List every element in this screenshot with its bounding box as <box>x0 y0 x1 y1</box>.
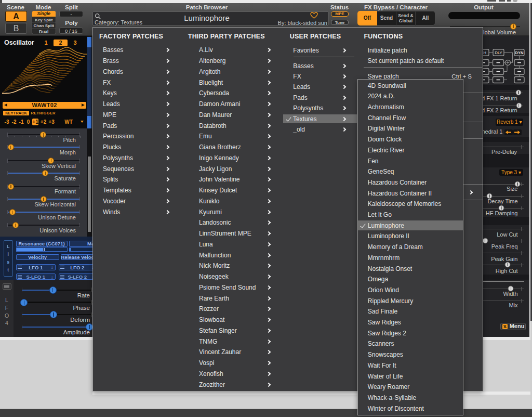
svg-text:DYN: DYN <box>515 50 524 55</box>
svg-text:DLY: DLY <box>495 50 502 55</box>
